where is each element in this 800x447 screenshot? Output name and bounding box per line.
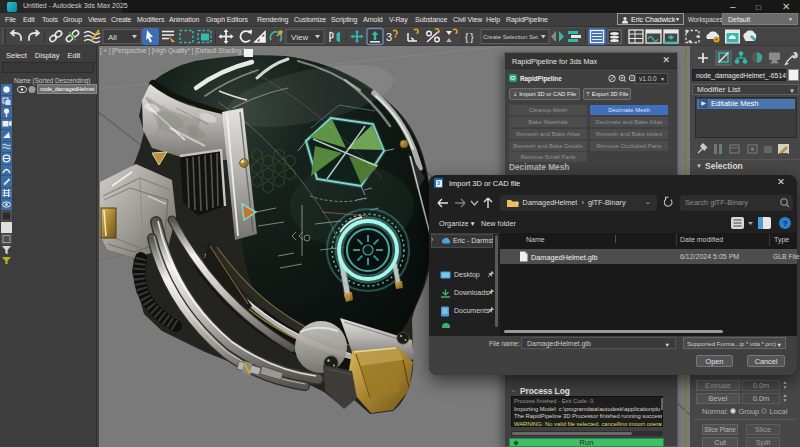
- svg-text:{ }: { }: [465, 32, 474, 43]
- svg-text:?: ?: [783, 219, 788, 228]
- svg-text:All: All: [108, 33, 117, 42]
- svg-text:3: 3: [386, 31, 392, 43]
- svg-text:Create Selection Set: Create Selection Set: [483, 34, 538, 40]
- svg-text:View: View: [291, 33, 308, 42]
